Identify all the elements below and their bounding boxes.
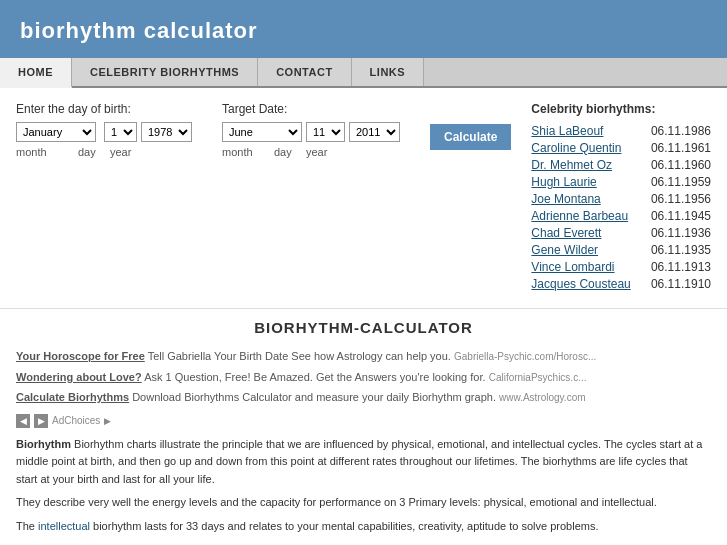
ad-choices-label: AdChoices <box>52 415 100 426</box>
celeb-row-4: Joe Montana 06.11.1956 <box>531 192 711 206</box>
right-panel: Celebrity biorhythms: Shia LaBeouf 06.11… <box>531 102 711 294</box>
ad-row-3: Calculate Biorhythms Download Biorhythms… <box>16 389 711 406</box>
celebrity-title: Celebrity biorhythms: <box>531 102 711 116</box>
app-title: biorhythm calculator <box>20 18 707 44</box>
target-label: Target Date: <box>222 102 400 116</box>
ad-next-arrow[interactable]: ▶ <box>34 414 48 428</box>
navigation: HOME CELEBRITY BIORHYTHMS CONTACT LINKS <box>0 58 727 88</box>
celeb-date-8: 06.11.1913 <box>651 260 711 274</box>
ad-row-1: Your Horoscope for Free Tell Gabriella Y… <box>16 348 711 365</box>
desc3-pre: The <box>16 520 38 532</box>
header: biorhythm calculator <box>0 0 727 58</box>
celeb-date-3: 06.11.1959 <box>651 175 711 189</box>
celeb-name-6[interactable]: Chad Everett <box>531 226 601 240</box>
calculate-button[interactable]: Calculate <box>430 124 511 150</box>
birth-day-select[interactable]: 1234 5 <box>104 122 137 142</box>
celeb-date-1: 06.11.1961 <box>651 141 711 155</box>
lower-section: BIORHYTHM-CALCULATOR Your Horoscope for … <box>0 308 727 545</box>
desc3-post: biorhythm lasts for 33 days and relates … <box>90 520 599 532</box>
celeb-name-0[interactable]: Shia LaBeouf <box>531 124 603 138</box>
target-section: Target Date: JanuaryFebruaryMarch AprilM… <box>222 102 400 170</box>
celeb-date-5: 06.11.1945 <box>651 209 711 223</box>
ad2-label[interactable]: Wondering about Love? <box>16 371 142 383</box>
ad1-label[interactable]: Your Horoscope for Free <box>16 350 145 362</box>
celeb-date-9: 06.11.1910 <box>651 277 711 291</box>
nav-celebrity[interactable]: CELEBRITY BIORHYTHMS <box>72 58 258 86</box>
celeb-date-7: 06.11.1935 <box>651 243 711 257</box>
desc1-text: Biorhythm charts illustrate the principl… <box>16 438 702 485</box>
ad-bar: ◀ ▶ AdChoices ▶ <box>16 414 711 428</box>
nav-home[interactable]: HOME <box>0 58 72 88</box>
celeb-name-3[interactable]: Hugh Laurie <box>531 175 596 189</box>
celeb-row-1: Caroline Quentin 06.11.1961 <box>531 141 711 155</box>
birth-day-label: day <box>78 146 106 158</box>
target-month-label: month <box>222 146 270 158</box>
desc-para-4: The emotional biorhythm last for 28 days… <box>16 541 711 545</box>
celeb-name-8[interactable]: Vince Lombardi <box>531 260 614 274</box>
target-day-label: day <box>274 146 302 158</box>
main-panel: Enter the day of birth: JanuaryFebruaryM… <box>0 88 727 308</box>
celeb-row-2: Dr. Mehmet Oz 06.11.1960 <box>531 158 711 172</box>
calculate-section: Calculate <box>430 122 511 150</box>
desc3-highlight: intellectual <box>38 520 90 532</box>
biorhythm-bold: Biorhythm <box>16 438 71 450</box>
celeb-date-6: 06.11.1936 <box>651 226 711 240</box>
birth-label: Enter the day of birth: <box>16 102 192 116</box>
birth-month-select[interactable]: JanuaryFebruaryMarch AprilMayJune JulyAu… <box>16 122 96 142</box>
birth-date-labels: month day year <box>16 146 192 158</box>
celeb-name-1[interactable]: Caroline Quentin <box>531 141 621 155</box>
target-year-label: year <box>306 146 327 158</box>
birth-year-label: year <box>110 146 131 158</box>
ad3-text: Download Biorhythms Calculator and measu… <box>132 391 496 403</box>
target-date-row: JanuaryFebruaryMarch AprilMayJune JulyAu… <box>222 122 400 142</box>
ad2-url: CaliforniaPsychics.c... <box>489 372 587 383</box>
celeb-row-7: Gene Wilder 06.11.1935 <box>531 243 711 257</box>
description-section: Biorhythm Biorhythm charts illustrate th… <box>16 436 711 546</box>
celeb-row-8: Vince Lombardi 06.11.1913 <box>531 260 711 274</box>
ad-links: Your Horoscope for Free Tell Gabriella Y… <box>16 348 711 406</box>
target-month-select[interactable]: JanuaryFebruaryMarch AprilMayJune JulyAu… <box>222 122 302 142</box>
celeb-date-0: 06.11.1986 <box>651 124 711 138</box>
target-date-labels: month day year <box>222 146 400 158</box>
ad1-text: Tell Gabriella Your Birth Date See how A… <box>148 350 451 362</box>
ad3-label[interactable]: Calculate Biorhythms <box>16 391 129 403</box>
desc-para-1: Biorhythm Biorhythm charts illustrate th… <box>16 436 711 489</box>
ad1-url: Gabriella-Psychic.com/Horosc... <box>454 351 596 362</box>
celeb-name-7[interactable]: Gene Wilder <box>531 243 598 257</box>
birth-year-select[interactable]: 197819791980 <box>141 122 192 142</box>
celeb-date-2: 06.11.1960 <box>651 158 711 172</box>
target-day-select[interactable]: 1234 5678 91011 <box>306 122 345 142</box>
nav-links[interactable]: LINKS <box>352 58 425 86</box>
ad2-text: Ask 1 Question, Free! Be Amazed. Get the… <box>144 371 485 383</box>
celeb-row-9: Jacques Cousteau 06.11.1910 <box>531 277 711 291</box>
ad-prev-arrow[interactable]: ◀ <box>16 414 30 428</box>
target-year-select[interactable]: 20112012 <box>349 122 400 142</box>
celeb-row-6: Chad Everett 06.11.1936 <box>531 226 711 240</box>
celeb-row-3: Hugh Laurie 06.11.1959 <box>531 175 711 189</box>
ad-row-2: Wondering about Love? Ask 1 Question, Fr… <box>16 369 711 386</box>
celeb-name-5[interactable]: Adrienne Barbeau <box>531 209 628 223</box>
ad3-url: www.Astrology.com <box>499 392 586 403</box>
birth-date-row: JanuaryFebruaryMarch AprilMayJune JulyAu… <box>16 122 192 142</box>
birth-month-label: month <box>16 146 74 158</box>
form-row: Enter the day of birth: JanuaryFebruaryM… <box>16 102 511 170</box>
desc-para-2: They describe very well the energy level… <box>16 494 711 512</box>
ad-choices-icon: ▶ <box>104 416 111 426</box>
celeb-row-0: Shia LaBeouf 06.11.1986 <box>531 124 711 138</box>
celeb-name-9[interactable]: Jacques Cousteau <box>531 277 630 291</box>
celeb-date-4: 06.11.1956 <box>651 192 711 206</box>
birth-section: Enter the day of birth: JanuaryFebruaryM… <box>16 102 192 170</box>
desc-para-3: The intellectual biorhythm lasts for 33 … <box>16 518 711 536</box>
celeb-name-4[interactable]: Joe Montana <box>531 192 600 206</box>
celeb-row-5: Adrienne Barbeau 06.11.1945 <box>531 209 711 223</box>
celeb-name-2[interactable]: Dr. Mehmet Oz <box>531 158 612 172</box>
nav-contact[interactable]: CONTACT <box>258 58 351 86</box>
celebrity-list: Shia LaBeouf 06.11.1986 Caroline Quentin… <box>531 124 711 291</box>
biorhythm-title: BIORHYTHM-CALCULATOR <box>16 319 711 336</box>
left-panel: Enter the day of birth: JanuaryFebruaryM… <box>16 102 511 294</box>
